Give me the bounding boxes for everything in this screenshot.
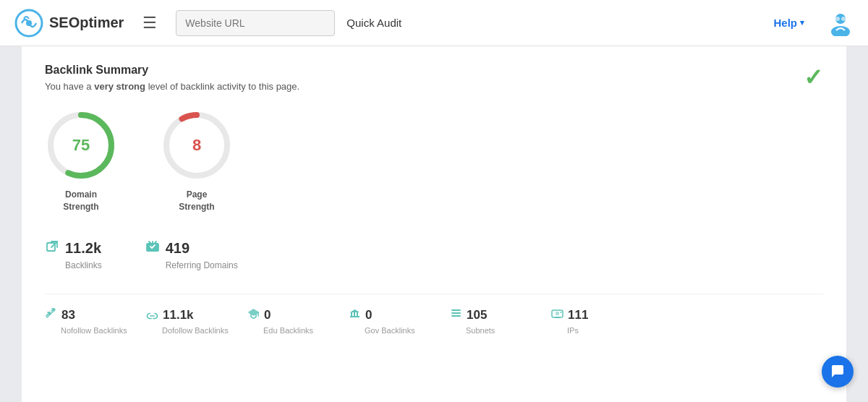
backlinks-icon bbox=[45, 239, 59, 257]
help-label: Help bbox=[773, 17, 797, 29]
ips-icon bbox=[551, 307, 563, 323]
edu-stat-top: 0 bbox=[247, 307, 271, 323]
nofollow-value: 83 bbox=[61, 308, 75, 322]
svg-point-5 bbox=[841, 17, 846, 21]
subnets-label: Subnets bbox=[466, 326, 495, 335]
subnets-stat-top: 105 bbox=[450, 307, 487, 323]
logo-text: SEOptimer bbox=[49, 14, 124, 31]
backlinks-label: Backlinks bbox=[65, 260, 102, 270]
section-title: Backlink Summary bbox=[45, 64, 823, 77]
edu-icon bbox=[247, 307, 260, 323]
gov-stat: 0 Gov Backlinks bbox=[349, 307, 450, 335]
svg-rect-15 bbox=[350, 316, 359, 317]
svg-rect-18 bbox=[357, 312, 358, 316]
edu-value: 0 bbox=[264, 308, 271, 322]
edu-stat: 0 Edu Backlinks bbox=[247, 307, 349, 335]
help-arrow: ▾ bbox=[800, 18, 804, 27]
referring-domains-icon bbox=[145, 239, 160, 257]
check-icon: ✓ bbox=[804, 64, 823, 91]
nofollow-stat: 83 Nofollow Backlinks bbox=[45, 307, 146, 335]
nofollow-stat-top: 83 bbox=[45, 307, 75, 323]
svg-rect-23 bbox=[555, 317, 560, 318]
domain-strength-value: 75 bbox=[72, 136, 90, 154]
stats-row: 11.2k Backlinks 419 Referring Domains bbox=[45, 239, 823, 270]
subtitle-pre: You have a bbox=[45, 81, 94, 92]
svg-point-4 bbox=[835, 17, 840, 21]
dofollow-stat: 11.1k Dofollow Backlinks bbox=[146, 307, 247, 335]
content-panel: ✓ Backlink Summary You have a very stron… bbox=[22, 46, 846, 402]
svg-rect-20 bbox=[451, 312, 461, 314]
referring-domains-value: 419 bbox=[166, 240, 190, 257]
svg-point-1 bbox=[26, 20, 32, 26]
logo-area: SEOptimer bbox=[14, 9, 124, 38]
edu-label: Edu Backlinks bbox=[263, 326, 313, 335]
gov-icon bbox=[349, 307, 361, 323]
nofollow-label: Nofollow Backlinks bbox=[61, 326, 127, 335]
svg-rect-24 bbox=[556, 312, 559, 315]
ips-label: IPs bbox=[567, 326, 579, 335]
dofollow-stat-top: 11.1k bbox=[146, 307, 194, 323]
main-wrapper: ✓ Backlink Summary You have a very stron… bbox=[0, 46, 868, 402]
user-icon[interactable] bbox=[827, 10, 854, 36]
bottom-stats-row: 83 Nofollow Backlinks 11.1k Dofol bbox=[45, 294, 823, 335]
backlinks-value: 11.2k bbox=[65, 240, 101, 257]
quick-audit-button[interactable]: Quick Audit bbox=[346, 17, 401, 29]
subnets-stat: 105 Subnets bbox=[450, 307, 551, 335]
url-input[interactable] bbox=[176, 10, 335, 36]
page-strength-value: 8 bbox=[192, 136, 201, 154]
help-button[interactable]: Help ▾ bbox=[773, 17, 804, 29]
backlinks-stat: 11.2k Backlinks bbox=[45, 239, 102, 270]
ips-stat: 111 IPs bbox=[551, 307, 652, 335]
svg-point-25 bbox=[561, 312, 562, 313]
referring-domains-label: Referring Domains bbox=[166, 260, 238, 270]
backlinks-stat-top: 11.2k bbox=[45, 239, 101, 257]
dofollow-icon bbox=[146, 307, 158, 323]
header: SEOptimer ☰ Quick Audit Help ▾ bbox=[0, 0, 868, 46]
domain-strength-svg: 75 bbox=[45, 109, 117, 181]
svg-rect-19 bbox=[451, 309, 461, 311]
subnets-icon bbox=[450, 307, 462, 323]
referring-domains-stat-top: 419 bbox=[145, 239, 190, 257]
hamburger-menu[interactable]: ☰ bbox=[142, 14, 157, 33]
subtitle-strong: very strong bbox=[94, 81, 145, 92]
page-strength-svg: 8 bbox=[161, 109, 233, 181]
referring-domains-stat: 419 Referring Domains bbox=[145, 239, 238, 270]
dofollow-value: 11.1k bbox=[163, 308, 194, 322]
page-strength-label: PageStrength bbox=[179, 189, 214, 213]
circles-row: 75 DomainStrength 8 PageStrength bbox=[45, 109, 823, 213]
left-sidebar bbox=[0, 46, 22, 402]
section-subtitle: You have a very strong level of backlink… bbox=[45, 81, 823, 92]
dofollow-label: Dofollow Backlinks bbox=[162, 326, 229, 335]
chat-button[interactable] bbox=[822, 356, 854, 388]
logo-icon bbox=[14, 9, 43, 38]
gov-stat-top: 0 bbox=[349, 307, 372, 323]
ips-stat-top: 111 bbox=[551, 307, 588, 323]
right-sidebar bbox=[846, 46, 868, 402]
page-strength-circle: 8 PageStrength bbox=[161, 109, 233, 213]
domain-strength-circle: 75 DomainStrength bbox=[45, 109, 117, 213]
nofollow-icon bbox=[45, 307, 57, 323]
domain-strength-label: DomainStrength bbox=[63, 189, 98, 213]
svg-rect-21 bbox=[451, 315, 461, 317]
subtitle-post: level of backlink activity to this page. bbox=[145, 81, 299, 92]
ips-value: 111 bbox=[568, 308, 588, 322]
svg-rect-17 bbox=[354, 312, 355, 316]
svg-rect-16 bbox=[351, 312, 352, 316]
gov-label: Gov Backlinks bbox=[365, 326, 415, 335]
subnets-value: 105 bbox=[467, 308, 487, 322]
gov-value: 0 bbox=[365, 308, 372, 322]
